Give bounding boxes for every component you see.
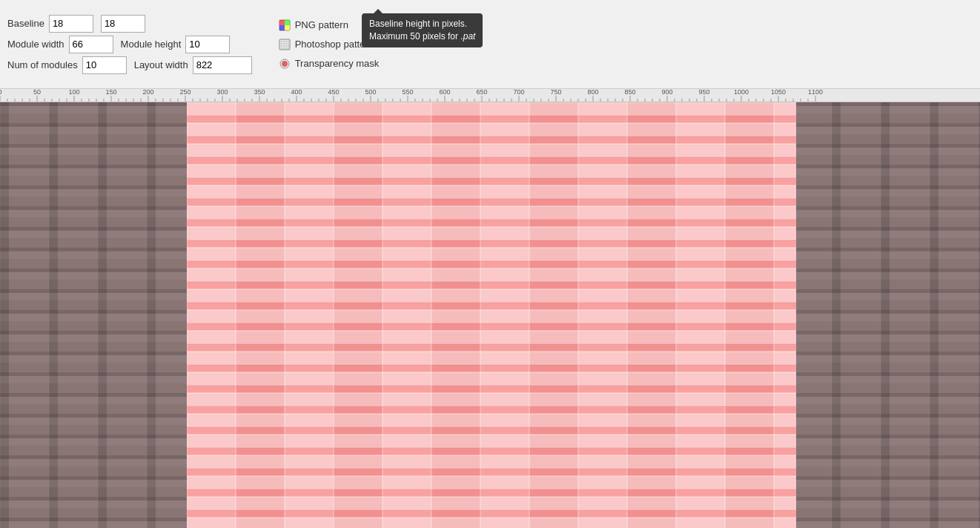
baseline-field-group: Baseline [7,15,93,33]
layout-width-label: Layout width [134,59,188,70]
tooltip-line1: Baseline height in pixels. [369,19,467,29]
photoshop-icon [279,39,291,50]
module-height-label: Module height [121,39,182,50]
png-icon [279,19,291,31]
toolbar-row-baseline: Baseline [7,15,252,33]
toolbar-fields: Baseline Module width Module height Num … [7,15,252,74]
module-width-field-group: Module width [7,36,113,53]
transparency-icon [279,58,291,70]
png-pattern-label: PNG pattern [295,19,348,30]
svg-rect-2 [285,20,290,25]
layout-width-field-group: Layout width [134,56,252,74]
toolbar-row-layout: Num of modules Layout width [7,56,252,74]
toolbar-row-modules: Module width Module height [7,36,252,53]
ruler [0,89,980,102]
baseline-input-left[interactable] [49,15,93,33]
num-modules-field-group: Num of modules [7,56,127,74]
module-width-label: Module width [7,39,64,50]
transparency-mask-button[interactable]: Transparency mask [279,56,380,71]
module-width-input[interactable] [69,36,113,53]
tooltip-line2: Maximum 50 pixels for [369,31,460,42]
svg-rect-3 [279,25,285,30]
num-modules-label: Num of modules [7,59,78,70]
export-buttons: PNG pattern Photoshop pattern [279,18,380,71]
svg-rect-4 [285,25,290,30]
canvas-area [0,102,980,528]
baseline-label: Baseline [7,18,44,29]
module-height-field-group: Module height [121,36,231,53]
grid-canvas [0,102,980,528]
baseline-tooltip: Baseline height in pixels. Maximum 50 pi… [362,13,483,47]
baseline-right-field-group [101,15,145,33]
baseline-input-right[interactable] [101,15,145,33]
module-height-input[interactable] [185,36,230,53]
tooltip-pat: .pat [460,31,475,42]
svg-rect-1 [279,20,285,25]
toolbar: Baseline Module width Module height Num … [0,0,980,89]
photoshop-pattern-button[interactable]: Photoshop pattern [279,37,380,52]
ruler-canvas [0,89,980,102]
transparency-mask-label: Transparency mask [295,58,380,69]
svg-point-15 [282,61,288,67]
png-pattern-button[interactable]: PNG pattern [279,18,380,33]
layout-width-input[interactable] [193,56,252,74]
num-modules-input[interactable] [82,56,127,74]
photoshop-pattern-label: Photoshop pattern [295,39,374,50]
